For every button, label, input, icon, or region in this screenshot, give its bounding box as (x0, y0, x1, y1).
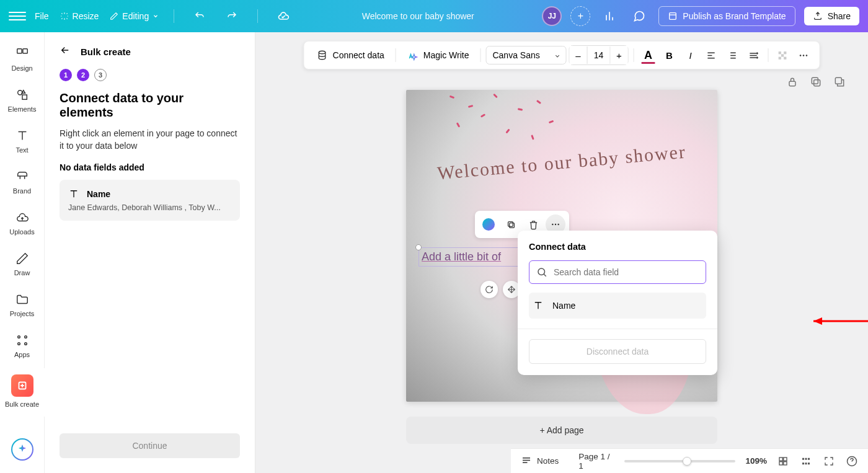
rail-uploads[interactable]: Uploads (0, 205, 45, 244)
add-member-button[interactable]: + (570, 6, 590, 26)
rail-label: Text (16, 146, 28, 154)
publish-button[interactable]: Publish as Brand Template (658, 6, 795, 26)
spacing-button[interactable] (744, 46, 763, 64)
svg-point-28 (538, 268, 545, 275)
add-page-button[interactable]: + Add page (406, 417, 717, 444)
zoom-slider[interactable] (624, 460, 735, 462)
font-size-stepper: – 14 + (569, 45, 628, 65)
divider (480, 48, 480, 62)
help-button[interactable] (845, 454, 858, 468)
sparkle-icon (17, 444, 27, 454)
search-field-wrapper (529, 260, 706, 284)
svg-rect-13 (784, 51, 787, 54)
svg-rect-1 (17, 49, 21, 53)
document-title[interactable]: Welcome to our baby shower (303, 11, 533, 21)
rail-design[interactable]: Design (0, 41, 45, 81)
magic-button[interactable] (11, 438, 33, 461)
slider-knob[interactable] (683, 457, 691, 466)
data-field-card[interactable]: Name Jane Edwards, Deborah Williams , To… (60, 180, 240, 221)
notes-button[interactable]: Notes (521, 456, 559, 467)
export-icon[interactable] (833, 76, 846, 88)
redo-button[interactable] (221, 6, 242, 27)
selected-text-element[interactable]: Add a little bit of (418, 247, 527, 267)
rail-apps[interactable]: Apps (0, 327, 45, 367)
page-indicator[interactable]: Page 1 / 1 (578, 452, 614, 471)
notes-label: Notes (537, 456, 559, 466)
rail-label: Draw (14, 269, 30, 276)
svg-rect-37 (805, 462, 807, 464)
sync-handle[interactable] (480, 281, 498, 298)
step-3[interactable]: 3 (94, 69, 107, 81)
rail-label: Brand (13, 187, 31, 195)
insights-button[interactable] (599, 6, 620, 27)
rail-draw[interactable]: Draw (0, 245, 45, 285)
top-bar: File Resize Editing Welcome to our baby … (0, 0, 868, 32)
selection-handle[interactable] (415, 244, 422, 250)
svg-marker-41 (813, 317, 822, 325)
svg-rect-33 (802, 458, 804, 459)
rail-elements[interactable]: Elements (0, 82, 45, 122)
rail-brand[interactable]: Brand (0, 164, 45, 203)
avatar[interactable]: JJ (542, 6, 562, 26)
svg-rect-12 (781, 54, 784, 56)
more-button[interactable] (794, 46, 813, 64)
rail-text[interactable]: Text (0, 123, 45, 162)
list-button[interactable] (723, 46, 742, 64)
undo-button[interactable] (189, 6, 210, 27)
rail-projects[interactable]: Projects (0, 286, 45, 326)
rail-bulk-create[interactable]: Bulk create (0, 368, 45, 417)
transparency-button[interactable] (773, 46, 792, 64)
duplicate-button[interactable] (501, 214, 521, 234)
step-1[interactable]: 1 (60, 69, 72, 81)
bold-button[interactable]: B (660, 46, 678, 64)
svg-point-6 (24, 336, 27, 338)
file-menu[interactable]: File (35, 11, 49, 21)
confetti-decoration (425, 90, 574, 158)
context-toolbar: Connect data Magic Write Canva Sans – 14… (304, 41, 820, 69)
zoom-value[interactable]: 109% (745, 456, 767, 466)
share-button[interactable]: Share (804, 7, 859, 25)
thumbnail-view-button[interactable] (800, 454, 813, 468)
svg-rect-30 (784, 458, 787, 461)
magic-edit-button[interactable] (479, 214, 498, 234)
lock-icon[interactable] (786, 76, 799, 88)
increase-size-button[interactable]: + (610, 46, 627, 64)
heading-text[interactable]: Welcome to our baby shower (430, 141, 693, 185)
field-values: Jane Edwards, Deborah Williams , Toby W.… (68, 203, 231, 212)
svg-rect-2 (22, 49, 27, 53)
canvas-area: Connect data Magic Write Canva Sans – 14… (255, 32, 868, 473)
cloud-sync-button[interactable] (273, 6, 294, 27)
align-button[interactable] (702, 46, 720, 64)
search-input[interactable] (554, 267, 699, 277)
divider (633, 48, 634, 62)
step-2[interactable]: 2 (77, 69, 89, 81)
comment-button[interactable] (629, 6, 650, 27)
undo-icon (194, 11, 205, 22)
data-field-option[interactable]: Name (529, 293, 706, 319)
decrease-size-button[interactable]: – (569, 46, 587, 64)
magic-write-button[interactable]: Magic Write (401, 46, 476, 64)
grid-view-button[interactable] (777, 454, 790, 468)
resize-menu[interactable]: Resize (60, 11, 99, 21)
bottom-bar: Notes Page 1 / 1 109% (511, 448, 868, 473)
font-select[interactable]: Canva Sans (485, 46, 566, 64)
more-icon (799, 50, 809, 61)
disconnect-button[interactable]: Disconnect data (529, 339, 706, 364)
continue-button[interactable]: Continue (60, 433, 240, 458)
publish-label: Publish as Brand Template (683, 11, 786, 21)
fullscreen-button[interactable] (823, 454, 836, 468)
database-icon (317, 50, 328, 61)
font-size-value[interactable]: 14 (587, 46, 610, 64)
divider (174, 9, 174, 23)
menu-icon[interactable] (9, 12, 26, 20)
connect-data-button[interactable]: Connect data (311, 46, 391, 64)
text-color-button[interactable]: A (639, 46, 657, 64)
design-page[interactable]: Welcome to our baby shower Add a little … (406, 90, 717, 402)
back-button[interactable] (60, 45, 71, 59)
italic-button[interactable]: I (681, 46, 699, 64)
duplicate-icon[interactable] (810, 76, 822, 88)
svg-rect-38 (808, 462, 810, 464)
editing-menu[interactable]: Editing (110, 11, 159, 21)
svg-point-7 (17, 343, 20, 345)
svg-rect-34 (805, 458, 807, 459)
